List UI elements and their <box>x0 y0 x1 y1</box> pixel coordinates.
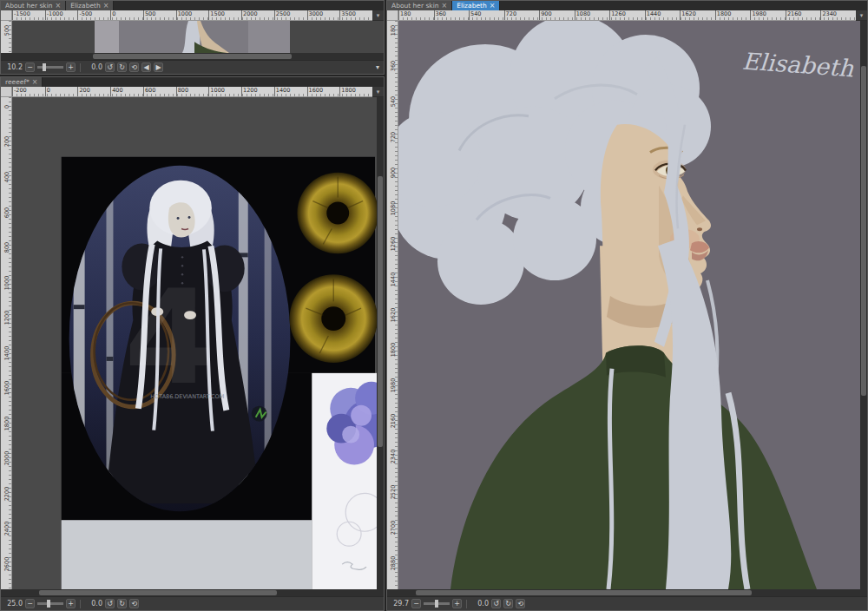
ruler-label: 720 <box>504 10 516 21</box>
horizontal-scrollbar <box>387 589 867 596</box>
ruler-label: 1500 <box>208 10 225 21</box>
scrollbar-thumb[interactable] <box>861 66 866 396</box>
vertical-scrollbar <box>860 21 867 589</box>
reference-artwork: 4 HOTA86.DEVIANTART.COM <box>12 97 377 589</box>
reset-view-button[interactable]: ⟲ <box>129 62 139 72</box>
photo-gray-strip <box>62 520 312 589</box>
scrollbar-thumb[interactable] <box>39 590 276 595</box>
tab-reeeef-[interactable]: reeeef*× <box>1 77 43 87</box>
rotate-right-button[interactable]: ↻ <box>503 599 513 608</box>
ruler-label: 1800 <box>715 10 732 21</box>
rotate-left-button[interactable]: ↺ <box>105 599 115 608</box>
ruler-label: -200 <box>12 87 27 97</box>
tab-elizabeth[interactable]: Elizabeth× <box>66 1 114 10</box>
ruler-label: 600 <box>143 87 155 97</box>
statusbar-menu-icon[interactable]: ▾ <box>376 63 379 71</box>
statusbar: 10.2 − + 0.0 ↺ ↻ ⟲ ◀ ▶ ▾ <box>1 60 384 74</box>
ruler-label: 200 <box>2 132 12 152</box>
zoom-value: 25.0 <box>5 600 23 608</box>
ruler-label: -500 <box>77 10 92 21</box>
ruler-label: 540 <box>388 91 398 111</box>
zoom-value: 10.2 <box>5 63 23 71</box>
ruler-label: 1000 <box>208 87 225 97</box>
ruler-label: 500 <box>143 10 155 21</box>
vertical-ruler: 1803605407209001080126014401620180019802… <box>387 21 398 589</box>
canvas-menu-icon[interactable]: ▾ <box>372 10 384 21</box>
ruler-corner <box>1 87 12 97</box>
tab-close-icon[interactable]: × <box>441 3 447 10</box>
window-thumbnail-view: About her skin×Elizabeth× -1500-1000-500… <box>0 0 385 75</box>
nostril <box>697 227 702 231</box>
ruler-label: 1260 <box>609 10 626 21</box>
horizontal-ruler: 1803605407209001080126014401620180019802… <box>398 10 856 21</box>
ruler-label: 1400 <box>2 343 12 363</box>
tab-close-icon[interactable]: × <box>55 3 61 10</box>
tab-elizabeth[interactable]: Elizabeth× <box>452 1 500 10</box>
ruler-label: 1980 <box>750 10 766 21</box>
ruler-label: 2700 <box>388 518 398 538</box>
horizontal-ruler: -1500-1000-50005001000150020002500300035… <box>12 10 372 21</box>
zoom-out-button[interactable]: − <box>25 599 35 608</box>
zoom-in-button[interactable]: + <box>452 599 462 608</box>
ruler-label: 2160 <box>388 411 398 431</box>
scrollbar-thumb[interactable] <box>378 176 383 447</box>
ruler-row: -1500-1000-50005001000150020002500300035… <box>1 10 384 21</box>
ruler-label: 1000 <box>176 10 193 21</box>
horizontal-scrollbar <box>1 589 384 596</box>
tab-close-icon[interactable]: × <box>490 3 496 10</box>
ruler-label: 1600 <box>2 378 12 397</box>
vertical-ruler: 500 <box>1 21 12 53</box>
nav-prev-button[interactable]: ◀ <box>141 62 151 72</box>
watermark-url: HOTA86.DEVIANTART.COM <box>150 393 224 400</box>
tab-label: reeeef* <box>5 77 30 87</box>
canvas-painting[interactable]: Elisabeth <box>398 21 860 589</box>
ruler-label: 1400 <box>274 87 291 97</box>
ruler-label: 1200 <box>2 308 12 328</box>
tab-label: About her skin <box>5 1 52 10</box>
tab-close-icon[interactable]: × <box>32 79 38 86</box>
ruler-label: 360 <box>388 56 398 76</box>
zoom-in-button[interactable]: + <box>66 599 76 608</box>
zoom-slider[interactable] <box>37 602 63 605</box>
thumbnail-artwork <box>12 21 384 53</box>
ruler-label: 2000 <box>241 10 258 21</box>
tab-label: Elizabeth <box>70 1 101 10</box>
rotate-right-button[interactable]: ↻ <box>117 62 127 72</box>
reset-view-button[interactable]: ⟲ <box>516 599 525 608</box>
rotate-left-button[interactable]: ↺ <box>105 62 115 72</box>
tab-about-her-skin[interactable]: About her skin× <box>387 1 452 10</box>
ruler-label: 900 <box>388 162 398 182</box>
ruler-label: 2160 <box>786 10 802 21</box>
ruler-label: 1260 <box>388 233 398 253</box>
canvas-reference[interactable]: 4 HOTA86.DEVIANTART.COM <box>12 97 377 589</box>
zoom-slider[interactable] <box>424 602 450 605</box>
tab-label: Elizabeth <box>457 1 487 10</box>
nav-next-button[interactable]: ▶ <box>154 62 163 72</box>
ruler-label: 2500 <box>274 10 291 21</box>
ruler-label: 1440 <box>645 10 661 21</box>
zoom-out-button[interactable]: − <box>411 599 421 608</box>
ruler-label: 1800 <box>388 340 398 360</box>
canvas-menu-icon[interactable]: ▾ <box>856 10 867 21</box>
scrollbar-thumb[interactable] <box>93 54 292 59</box>
ruler-label: 720 <box>388 127 398 147</box>
zoom-in-button[interactable]: + <box>66 62 76 72</box>
scrollbar-thumb[interactable] <box>416 590 752 595</box>
rotate-right-button[interactable]: ↻ <box>117 599 127 608</box>
tab-about-her-skin[interactable]: About her skin× <box>1 1 66 10</box>
tab-close-icon[interactable]: × <box>103 3 109 10</box>
rotate-left-button[interactable]: ↺ <box>491 599 501 608</box>
ruler-row: -200020040060080010001200140016001800 ▾ <box>1 87 384 97</box>
ruler-label: 800 <box>176 87 188 97</box>
canvas-menu-icon[interactable]: ▾ <box>372 87 384 97</box>
canvas-thumbnail[interactable] <box>12 21 384 53</box>
ruler-label: 180 <box>388 21 398 41</box>
ruler-label: 2600 <box>2 554 12 574</box>
zoom-out-button[interactable]: − <box>25 62 35 72</box>
ruler-label: 1080 <box>388 198 398 218</box>
ruler-label: 180 <box>398 10 411 21</box>
statusbar: 25.0 − + 0.0 ↺ ↻ ⟲ <box>1 596 384 610</box>
zoom-slider[interactable] <box>37 66 63 69</box>
reset-view-button[interactable]: ⟲ <box>129 599 139 608</box>
ruler-label: 2340 <box>388 447 398 467</box>
